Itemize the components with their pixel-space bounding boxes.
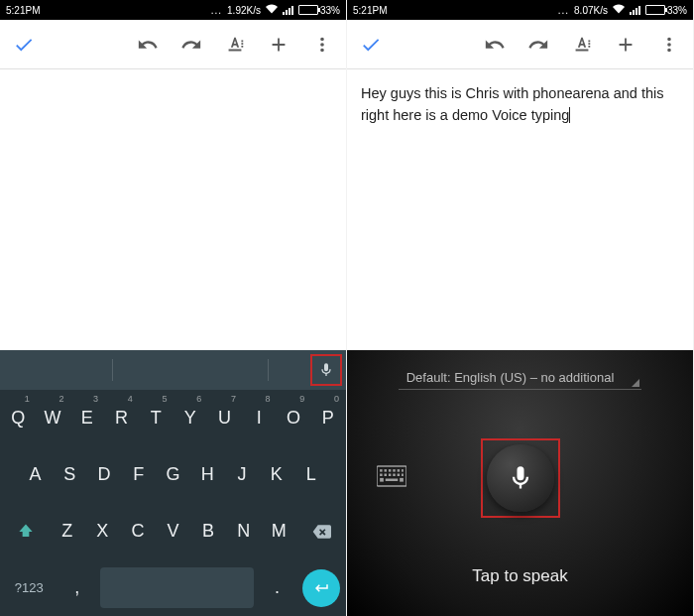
svg-rect-6: [402, 469, 404, 472]
overflow-menu-button[interactable]: [308, 31, 336, 59]
svg-rect-3: [389, 469, 392, 472]
key-Q[interactable]: Q1: [2, 392, 35, 444]
key-O[interactable]: O9: [278, 392, 310, 444]
svg-rect-13: [380, 478, 384, 482]
status-right: ... 8.07K/s 33%: [558, 3, 687, 17]
key-I[interactable]: I8: [243, 392, 276, 444]
kb-row-4: ?123 , .: [0, 559, 346, 616]
svg-rect-2: [385, 469, 388, 472]
more-dots-icon: ...: [558, 5, 569, 16]
svg-rect-9: [389, 474, 392, 477]
insert-button[interactable]: [612, 31, 639, 59]
suggestion-strip: [0, 350, 346, 390]
key-N[interactable]: N: [227, 505, 261, 557]
key-W[interactable]: W2: [37, 392, 69, 444]
key-F[interactable]: F: [122, 448, 155, 501]
format-text-button[interactable]: [221, 31, 249, 59]
key-C[interactable]: C: [121, 505, 155, 557]
shift-key[interactable]: [2, 505, 49, 557]
document-text: Hey guys this is Chris with phonearena a…: [361, 85, 663, 123]
redo-button[interactable]: [524, 31, 552, 59]
text-cursor: [569, 107, 570, 123]
signal-icon: [630, 5, 640, 15]
more-dots-icon: ...: [211, 5, 222, 16]
mic-button-highlight[interactable]: [310, 354, 342, 386]
enter-key[interactable]: [302, 569, 340, 607]
done-button[interactable]: [357, 31, 385, 59]
on-screen-keyboard: Q1W2E3R4T5Y6U7I8O9P0 ASDFGHJKL ZXCVBNM ?…: [0, 350, 346, 616]
kb-row-1: Q1W2E3R4T5Y6U7I8O9P0: [0, 390, 346, 446]
undo-button[interactable]: [481, 31, 509, 59]
key-B[interactable]: B: [191, 505, 225, 557]
tap-to-speak-label: Tap to speak: [472, 566, 567, 616]
battery-pct: 33%: [667, 5, 687, 16]
svg-rect-15: [400, 478, 404, 482]
battery-icon: 33%: [298, 5, 340, 16]
status-bar: 5:21PM ... 1.92K/s 33%: [0, 0, 346, 20]
key-S[interactable]: S: [54, 448, 86, 501]
editor-toolbar: [347, 20, 693, 69]
svg-rect-12: [402, 474, 404, 477]
voice-typing-panel: Default: English (US) – no additional Ta…: [347, 350, 693, 616]
comma-key[interactable]: ,: [58, 561, 96, 614]
keyboard-toggle-icon[interactable]: [377, 465, 406, 491]
kb-row-2: ASDFGHJKL: [0, 446, 346, 503]
period-key[interactable]: .: [258, 561, 296, 614]
done-button[interactable]: [10, 31, 38, 59]
key-T[interactable]: T5: [140, 392, 173, 444]
status-bar: 5:21PM ... 8.07K/s 33%: [347, 0, 693, 20]
key-Z[interactable]: Z: [51, 505, 84, 557]
svg-rect-14: [386, 479, 399, 482]
key-H[interactable]: H: [191, 448, 224, 501]
editor-toolbar: [0, 20, 346, 69]
kb-row-3: ZXCVBNM: [0, 503, 346, 559]
svg-rect-1: [380, 469, 383, 472]
svg-rect-5: [398, 469, 401, 472]
voice-mic-button[interactable]: [487, 444, 554, 512]
backspace-key[interactable]: [297, 505, 344, 557]
key-R[interactable]: R4: [105, 392, 138, 444]
wifi-icon: [613, 3, 625, 17]
key-X[interactable]: X: [86, 505, 120, 557]
status-net: 8.07K/s: [574, 5, 608, 16]
svg-rect-11: [398, 474, 401, 477]
key-U[interactable]: U7: [208, 392, 241, 444]
pane-left: 5:21PM ... 1.92K/s 33%: [0, 0, 347, 616]
status-right: ... 1.92K/s 33%: [211, 3, 340, 17]
key-Y[interactable]: Y6: [174, 392, 207, 444]
status-net: 1.92K/s: [227, 5, 261, 16]
key-J[interactable]: J: [226, 448, 259, 501]
svg-rect-8: [385, 474, 388, 477]
undo-button[interactable]: [134, 31, 162, 59]
status-time: 5:21PM: [6, 5, 40, 16]
mic-button-highlight: [481, 438, 560, 518]
key-G[interactable]: G: [157, 448, 189, 501]
voice-language-select[interactable]: Default: English (US) – no additional: [399, 368, 642, 390]
svg-rect-10: [393, 474, 396, 477]
key-A[interactable]: A: [19, 448, 52, 501]
key-K[interactable]: K: [260, 448, 292, 501]
format-text-button[interactable]: [568, 31, 596, 59]
status-time: 5:21PM: [353, 5, 387, 16]
key-E[interactable]: E3: [70, 392, 103, 444]
space-key[interactable]: [100, 567, 254, 608]
svg-rect-4: [393, 469, 396, 472]
redo-button[interactable]: [177, 31, 205, 59]
battery-pct: 33%: [320, 5, 340, 16]
key-P[interactable]: P0: [311, 392, 344, 444]
key-V[interactable]: V: [157, 505, 190, 557]
overflow-menu-button[interactable]: [655, 31, 683, 59]
key-M[interactable]: M: [262, 505, 295, 557]
document-body[interactable]: Hey guys this is Chris with phonearena a…: [347, 69, 693, 350]
document-body[interactable]: [0, 69, 346, 350]
symbols-key[interactable]: ?123: [2, 561, 56, 614]
pane-right: 5:21PM ... 8.07K/s 33%: [347, 0, 694, 616]
wifi-icon: [266, 3, 278, 17]
svg-rect-7: [380, 474, 383, 477]
signal-icon: [283, 5, 293, 15]
insert-button[interactable]: [265, 31, 292, 59]
key-L[interactable]: L: [294, 448, 327, 501]
battery-icon: 33%: [645, 5, 687, 16]
key-D[interactable]: D: [88, 448, 121, 501]
